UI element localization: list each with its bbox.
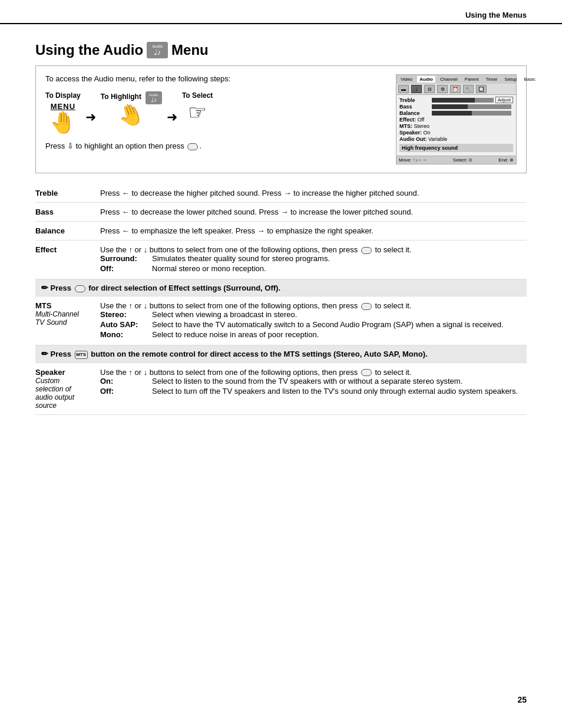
speaker-sub: Customselection ofaudio outputsource (35, 377, 94, 410)
tv-icons-row: ▬ ♩ ⊟ ⚙ ⏰ 🔧 🔲 (396, 84, 516, 95)
tv-audioout-row: Audio Out: Variable (399, 136, 513, 142)
page-title-row: Using the Audio Audio ♩♪ Menu (35, 42, 527, 58)
balance-def: Press ← to emphasize the left speaker. P… (100, 222, 527, 241)
mts-options: Stereo: Select when viewing a broadcast … (100, 310, 527, 339)
header-title: Using the Menus (465, 11, 527, 19)
speaker-off-key: Off: (100, 387, 147, 396)
mts-remote-btn: MTS (75, 351, 88, 359)
mts-term: MTS Multi-ChannelTV Sound (35, 297, 100, 345)
tv-tab-timer: Timer (483, 76, 500, 83)
tv-balance-label: Balance (399, 110, 432, 116)
tv-tab-parent: Parent (462, 76, 481, 83)
tv-icon-1: ▬ (398, 85, 409, 93)
speaker-term: Speaker Customselection ofaudio outputso… (35, 363, 100, 414)
tv-bottom-bar: Move: ↑↓←→ Select: ⊙ End: ⊛ (396, 156, 516, 164)
select-button-icon (187, 143, 198, 150)
effect-options: Surround: Simulates theater quality soun… (100, 254, 527, 273)
steps-row: To Display MENU 🤚 ➜ To Highlight Audio (45, 91, 386, 133)
bass-term: Bass (35, 203, 100, 222)
tv-speaker-row: Speaker: On (399, 130, 513, 136)
tv-tab-basic: Basic (521, 76, 538, 83)
arrow-1: ➜ (85, 110, 96, 125)
tv-treble-fill (432, 98, 475, 103)
intro-box: To access the Audio menu, refer to the f… (35, 65, 527, 173)
mts-sub: Multi-ChannelTV Sound (35, 310, 94, 327)
tv-select-label: Select: ⊙ (453, 157, 473, 163)
note-mts-cell: ✏ Press MTS button on the remote control… (35, 345, 527, 363)
note-mts-icon: ✏ (41, 349, 48, 358)
tv-balance-fill (432, 111, 472, 116)
effect-off-key: Off: (100, 264, 147, 273)
note-effect-cell: ✏ Press for direct selection of Effect s… (35, 279, 527, 297)
tv-treble-label: Treble (399, 97, 432, 103)
tv-icon-6: 🔧 (463, 85, 474, 93)
page-header: Using the Menus (0, 0, 562, 24)
press-note: Press ⇩ to highlight an option then pres… (45, 141, 386, 150)
intro-left: To access the Audio menu, refer to the f… (45, 74, 386, 164)
tv-tab-channel: Channel (438, 76, 460, 83)
mts-stereo: Stereo: Select when viewing a broadcast … (100, 310, 527, 319)
step-display-label: To Display (45, 91, 81, 100)
bass-def: Press ← to decrease the lower pitched so… (100, 203, 527, 222)
tv-tab-setup: Setup (503, 76, 520, 83)
step-highlight: To Highlight Audio ♩♪ 🤚 (101, 91, 162, 126)
page-title-before: Using the Audio (35, 42, 143, 58)
tv-icon-2: ♩ (411, 85, 422, 93)
mts-stereo-key: Stereo: (100, 310, 147, 319)
arrow-2: ➜ (167, 110, 177, 125)
effect-surround-val: Simulates theater quality sound for ster… (152, 254, 527, 263)
row-bass: Bass Press ← to decrease the lower pitch… (35, 203, 527, 222)
main-content: Using the Audio Audio ♩♪ Menu To access … (0, 24, 562, 439)
select-btn-speaker (361, 369, 372, 376)
audio-menu-icon-badge: Audio ♩♪ (147, 42, 168, 58)
effect-surround: Surround: Simulates theater quality soun… (100, 254, 527, 263)
intro-text: To access the Audio menu, refer to the f… (45, 74, 386, 83)
tv-panel: Video Audio Channel Parent Timer Setup B… (396, 74, 517, 164)
tv-menu-screen: Video Audio Channel Parent Timer Setup B… (396, 74, 517, 164)
step-display: To Display MENU 🤚 (45, 91, 81, 133)
mts-mono-val: Select to reduce noise in areas of poor … (152, 330, 527, 339)
page-container: Using the Menus Using the Audio Audio ♩♪… (0, 0, 562, 728)
note-effect-row: ✏ Press for direct selection of Effect s… (35, 279, 527, 297)
page-title-after: Menu (171, 42, 209, 58)
mts-stereo-val: Select when viewing a broadcast in stere… (152, 310, 527, 319)
mts-def: Use the ↑ or ↓ buttons to select from on… (100, 297, 527, 345)
effect-term: Effect (35, 241, 100, 279)
mts-mono-key: Mono: (100, 330, 147, 339)
treble-def: Press ← to decrease the higher pitched s… (100, 184, 527, 203)
page-number: 25 (517, 695, 527, 704)
tv-bass-label: Bass (399, 104, 432, 110)
tv-balance-row: Balance (399, 110, 513, 116)
mts-autosap: Auto SAP: Select to have the TV automati… (100, 320, 527, 329)
treble-term: Treble (35, 184, 100, 203)
hand-select-icon: ☞ (188, 102, 207, 123)
tv-tab-bar: Video Audio Channel Parent Timer Setup B… (396, 75, 516, 84)
step-select: To Select ☞ (182, 91, 213, 123)
effect-off: Off: Normal stereo or mono reception. (100, 264, 527, 273)
tv-icon-5: ⏰ (450, 85, 461, 93)
row-speaker: Speaker Customselection ofaudio outputso… (35, 363, 527, 414)
highlight-icon-inline: Audio ♩♪ (146, 91, 162, 104)
tv-tab-audio: Audio (417, 76, 435, 83)
row-treble: Treble Press ← to decrease the higher pi… (35, 184, 527, 203)
effect-surround-key: Surround: (100, 254, 147, 263)
speaker-off: Off: Select to turn off the TV speakers … (100, 387, 527, 396)
menu-label-box: MENU 🤚 (49, 102, 76, 133)
speaker-options: On: Select to listen to the sound from t… (100, 377, 527, 396)
step-select-label: To Select (182, 91, 213, 100)
tv-effect-row: Effect: Off (399, 117, 513, 123)
mts-autosap-key: Auto SAP: (100, 320, 147, 329)
tv-tab-video: Video (398, 76, 415, 83)
tv-adjust-btn: Adjust (495, 97, 513, 103)
tv-mts-row: MTS: Stereo (399, 123, 513, 129)
effect-off-val: Normal stereo or mono reception. (152, 264, 527, 273)
note-mts-row: ✏ Press MTS button on the remote control… (35, 345, 527, 363)
select-btn-effect (361, 247, 372, 254)
mts-autosap-val: Select to have the TV automatically swit… (152, 320, 527, 329)
note-effect-btn (75, 285, 85, 292)
row-balance: Balance Press ← to emphasize the left sp… (35, 222, 527, 241)
menu-text: MENU (51, 102, 75, 111)
tv-bass-row: Bass (399, 104, 513, 110)
hand-highlight-icon: 🤚 (115, 100, 148, 129)
speaker-on-val: Select to listen to the sound from the T… (152, 377, 527, 386)
